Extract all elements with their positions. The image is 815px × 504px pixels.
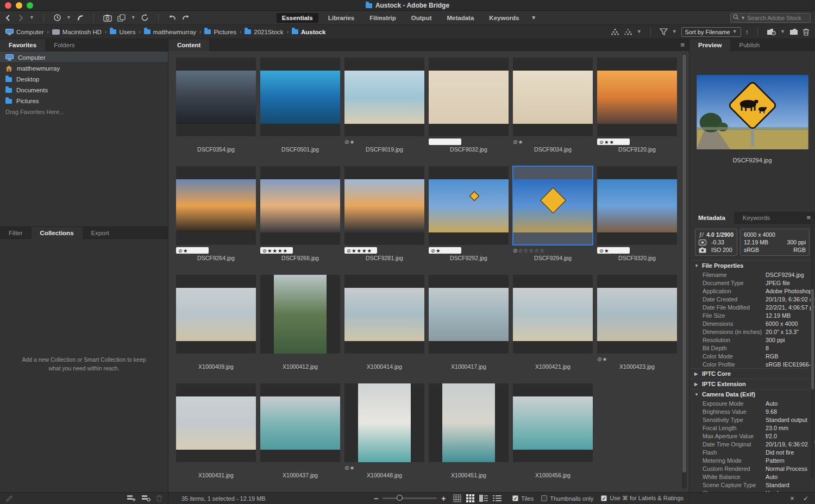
thumbnail-X1000421-jpg[interactable]: [513, 275, 593, 354]
undo-icon[interactable]: [168, 14, 177, 22]
thumbnail-DSCF9034-jpg[interactable]: [513, 58, 593, 136]
thumbnail-rating[interactable]: ⊘★★★★: [260, 247, 340, 254]
thumbnail-rating[interactable]: [513, 355, 593, 363]
thumbnail-rating[interactable]: [513, 464, 593, 471]
search-box[interactable]: ▼: [730, 13, 811, 23]
metadata-cancel-icon[interactable]: ×: [790, 494, 794, 502]
thumbnail-X1000417-jpg[interactable]: [429, 275, 509, 354]
thumbnail-DSCF9120-jpg[interactable]: [597, 58, 677, 136]
workspace-tab-filmstrip[interactable]: Filmstrip: [364, 13, 402, 23]
zoom-in-icon[interactable]: +: [441, 495, 446, 502]
thumbnail-DSCF0501-jpg[interactable]: [260, 58, 340, 136]
recent-files-chevron[interactable]: ▼: [66, 15, 71, 20]
preview-image-cow-sign[interactable]: [697, 75, 808, 149]
forward-button[interactable]: [17, 14, 24, 22]
thumbnail-view-icon[interactable]: [466, 494, 474, 502]
thumbnail-DSCF9294-jpg[interactable]: [513, 166, 593, 245]
thumbnail-X1000451-jpg[interactable]: [429, 383, 509, 462]
right-tab-publish[interactable]: Publish: [730, 39, 768, 51]
thumbnail-rating[interactable]: ⊘★: [597, 355, 677, 363]
left-lower-tab-collections[interactable]: Collections: [32, 227, 83, 239]
left-lower-tab-export[interactable]: Export: [83, 227, 118, 239]
get-photos-camera-icon[interactable]: [103, 14, 112, 22]
thumbnail-rating[interactable]: [260, 138, 340, 146]
thumbnail-X1000423-jpg[interactable]: [597, 275, 677, 354]
open-recent-folder-icon[interactable]: [767, 28, 776, 35]
sort-dropdown[interactable]: Sort by Filename ▼: [681, 27, 741, 37]
thumbnail-rating[interactable]: [176, 138, 256, 146]
content-panel-menu-icon[interactable]: ≡: [680, 39, 685, 51]
meta-panel-menu-icon[interactable]: ≡: [806, 212, 811, 224]
thumbnail-rating[interactable]: ⊘★★★★: [344, 247, 424, 254]
edit-pencil-icon[interactable]: [5, 495, 13, 502]
recent-files-icon[interactable]: [53, 14, 61, 22]
batch-chevron[interactable]: ▼: [131, 15, 136, 20]
thumbnail-X1000409-jpg[interactable]: [176, 275, 256, 354]
metadata-section-camera-data-exif-[interactable]: ▼Camera Data (Exif): [689, 389, 815, 399]
sort-ascending-icon[interactable]: ↑: [745, 28, 749, 36]
favorites-item-pictures[interactable]: Pictures: [0, 96, 168, 106]
thumbnail-X1000456-jpg[interactable]: [513, 383, 593, 462]
nav-dropdown-chevron[interactable]: ▼: [29, 15, 34, 20]
thumbnail-X1000412-jpg[interactable]: [260, 275, 340, 354]
thumbnail-rating[interactable]: [176, 464, 256, 471]
redo-icon[interactable]: [181, 14, 190, 22]
metadata-section-file-properties[interactable]: ▼File Properties: [689, 261, 815, 270]
thumbnail-DSCF9266-jpg[interactable]: [260, 166, 340, 245]
thumbnail-DSCF9264-jpg[interactable]: [176, 166, 256, 245]
breadcrumb-item-computer[interactable]: Computer: [5, 29, 44, 35]
breadcrumb-item-matthewmurray[interactable]: matthewmurray: [144, 29, 196, 35]
filter-chevron[interactable]: ▼: [672, 29, 677, 34]
camera-raw-boomerang-icon[interactable]: [76, 14, 84, 22]
favorites-item-documents[interactable]: Documents: [0, 85, 168, 96]
thumbnail-DSCF0354-jpg[interactable]: [176, 58, 256, 136]
thumbnail-rating[interactable]: ⊘★: [513, 138, 593, 146]
thumbnail-rating[interactable]: [429, 355, 509, 363]
search-scope-chevron[interactable]: ▼: [741, 16, 745, 21]
right-tab-preview[interactable]: Preview: [689, 39, 730, 51]
workspace-more-chevron[interactable]: ▼: [529, 13, 538, 23]
thumbnail-rating[interactable]: [429, 464, 509, 471]
search-input[interactable]: [747, 15, 808, 21]
left-tab-favorites[interactable]: Favorites: [0, 39, 45, 51]
thumbnail-rating[interactable]: [260, 355, 340, 363]
thumbnail-DSCF9032-jpg[interactable]: [429, 58, 509, 136]
left-lower-tab-filter[interactable]: Filter: [0, 227, 32, 239]
workspace-tab-libraries[interactable]: Libraries: [323, 13, 360, 23]
metadata-scrollbar[interactable]: [811, 218, 814, 478]
new-smart-collection-icon[interactable]: [141, 495, 151, 502]
thumbnail-rating[interactable]: [429, 138, 509, 146]
meta-tab-keywords[interactable]: Keywords: [734, 212, 779, 224]
favorites-item-desktop[interactable]: Desktop: [0, 74, 168, 85]
tab-content[interactable]: Content: [168, 39, 209, 51]
delete-trash-icon[interactable]: [803, 28, 810, 36]
thumbnail-rating[interactable]: ⊘★★: [597, 138, 677, 146]
thumbnail-rating[interactable]: [260, 464, 340, 471]
checkbox-use-for-labels-ratings[interactable]: ✓Use ⌘ for Labels & Ratings: [601, 495, 684, 502]
breadcrumb-item-macintosh-hd[interactable]: Macintosh HD: [52, 29, 102, 35]
slider-knob[interactable]: [397, 495, 403, 501]
thumbnail-rating[interactable]: ⊘★: [176, 247, 256, 254]
thumbnail-X1000431-jpg[interactable]: [176, 383, 256, 462]
checkbox-box[interactable]: ✓: [512, 495, 518, 501]
checkbox-tiles[interactable]: ✓Tiles: [512, 495, 534, 502]
thumbnail-DSCF9320-jpg[interactable]: [597, 166, 677, 245]
thumbnail-size-slider[interactable]: − +: [374, 495, 446, 502]
workspace-tab-keywords[interactable]: Keywords: [484, 13, 524, 23]
rating-filter-alt-icon[interactable]: [624, 28, 632, 35]
delete-collection-trash-icon[interactable]: [156, 495, 162, 502]
meta-tab-metadata[interactable]: Metadata: [689, 212, 734, 224]
thumbnail-DSCF9019-jpg[interactable]: [344, 58, 424, 136]
rating-filter-icon[interactable]: [611, 28, 619, 35]
metadata-apply-icon[interactable]: ✓: [803, 495, 808, 502]
checkbox-box[interactable]: ✓: [541, 495, 547, 501]
thumbnail-rating[interactable]: [176, 355, 256, 363]
zoom-out-icon[interactable]: −: [374, 495, 378, 502]
new-collection-icon[interactable]: [127, 495, 136, 502]
back-button[interactable]: [4, 14, 12, 22]
breadcrumb-item-austock[interactable]: Austock: [292, 29, 325, 35]
favorites-item-matthewmurray[interactable]: matthewmurray: [0, 63, 168, 74]
thumbnail-X1000437-jpg[interactable]: [260, 383, 340, 462]
thumbnail-rating[interactable]: ⊘★: [597, 247, 677, 254]
new-folder-icon[interactable]: [789, 28, 798, 35]
